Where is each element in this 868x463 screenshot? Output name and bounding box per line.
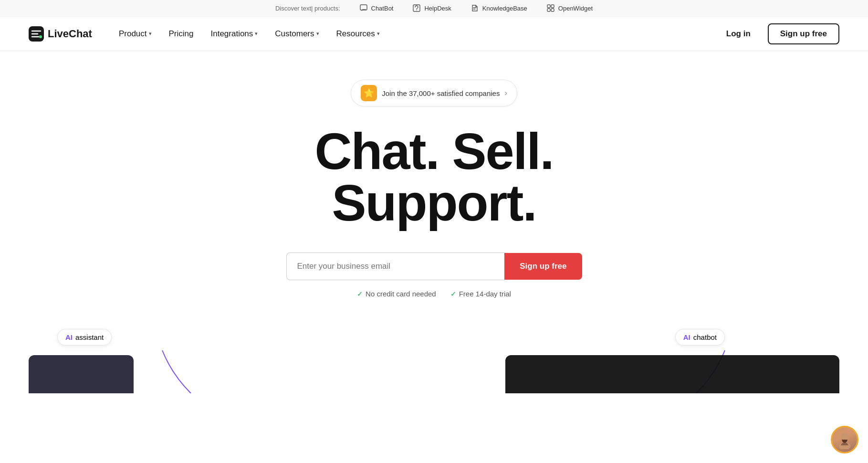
nav-customers-label: Customers [275, 29, 314, 39]
hero-perks: ✓ No credit card needed ✓ Free 14-day tr… [357, 290, 511, 298]
ai-assistant-badge: AI assistant [57, 329, 112, 346]
hero-signup-button[interactable]: Sign up free [504, 253, 582, 280]
svg-point-2 [417, 10, 418, 11]
perk-no-credit-card: ✓ No credit card needed [357, 290, 436, 298]
logo-text: LiveChat [48, 28, 92, 40]
nav-pricing[interactable]: Pricing [161, 25, 201, 42]
hero-title: Chat. Sell. Support. [314, 126, 553, 229]
hero-title-line2: Support. [332, 174, 536, 232]
nav: Product ▾ Pricing Integrations ▾ Custome… [111, 25, 387, 42]
ai-chatbot-badge: AI chatbot [675, 329, 725, 346]
perk-no-credit-label: No credit card needed [366, 290, 436, 298]
product-chevron-icon: ▾ [149, 31, 152, 37]
topbar-chatbot-label: ChatBot [371, 5, 394, 12]
ai-text-left: AI [65, 333, 73, 341]
hero-section: ⭐ Join the 37,000+ satisfied companies ›… [0, 51, 868, 317]
topbar-knowledgebase-label: KnowledgeBase [482, 5, 527, 12]
svg-rect-11 [841, 437, 848, 440]
badge-chevron-icon: › [504, 89, 507, 97]
nav-integrations-label: Integrations [210, 29, 253, 39]
topbar-helpdesk-label: HelpDesk [424, 5, 451, 12]
topbar-helpdesk[interactable]: HelpDesk [412, 4, 451, 12]
logo[interactable]: LiveChat [29, 26, 92, 42]
perk-free-trial: ✓ Free 14-day trial [450, 290, 511, 298]
svg-rect-5 [547, 9, 550, 11]
resources-chevron-icon: ▾ [377, 31, 380, 37]
discover-label: Discover text| products: [275, 5, 340, 12]
hero-form: Sign up free [286, 253, 582, 280]
avatar-face [832, 427, 857, 452]
hero-badge[interactable]: ⭐ Join the 37,000+ satisfied companies › [351, 80, 517, 106]
hero-badge-text: Join the 37,000+ satisfied companies [382, 89, 500, 97]
svg-rect-6 [551, 9, 554, 11]
help-icon [412, 4, 421, 12]
topbar-chatbot[interactable]: ChatBot [359, 4, 394, 12]
nav-resources-label: Resources [336, 29, 375, 39]
nav-pricing-label: Pricing [169, 29, 194, 39]
header-signup-button[interactable]: Sign up free [768, 23, 839, 44]
top-bar: Discover text| products: ChatBot HelpDes… [0, 0, 868, 17]
svg-rect-3 [547, 5, 550, 8]
nav-customers[interactable]: Customers ▾ [267, 25, 326, 42]
hero-title-line1: Chat. Sell. [314, 122, 553, 180]
ai-text-right: AI [683, 333, 690, 341]
widget-icon [546, 4, 555, 12]
header-left: LiveChat Product ▾ Pricing Integrations … [29, 25, 387, 42]
header-right: Log in Sign up free [719, 23, 839, 44]
star-badge-icon: ⭐ [361, 85, 377, 101]
perk-free-trial-label: Free 14-day trial [459, 290, 511, 298]
topbar-openwidget[interactable]: OpenWidget [546, 4, 593, 12]
header: LiveChat Product ▾ Pricing Integrations … [0, 17, 868, 51]
integrations-chevron-icon: ▾ [255, 31, 258, 37]
nav-product-label: Product [119, 29, 147, 39]
customers-chevron-icon: ▾ [316, 31, 319, 37]
bottom-preview: AI assistant AI chatbot [0, 317, 868, 393]
svg-rect-4 [551, 5, 554, 8]
check-icon-1: ✓ [357, 290, 363, 298]
ai-chatbot-label: chatbot [693, 333, 717, 341]
login-button[interactable]: Log in [719, 25, 758, 42]
email-input[interactable] [286, 253, 505, 280]
chat-icon [359, 4, 368, 12]
avatar-icon [835, 430, 854, 449]
check-icon-2: ✓ [450, 290, 456, 298]
ai-assistant-label: assistant [75, 333, 104, 341]
nav-integrations[interactable]: Integrations ▾ [203, 25, 265, 42]
logo-icon [29, 26, 44, 42]
nav-resources[interactable]: Resources ▾ [329, 25, 387, 42]
nav-product[interactable]: Product ▾ [111, 25, 159, 42]
topbar-openwidget-label: OpenWidget [558, 5, 593, 12]
topbar-knowledgebase[interactable]: KnowledgeBase [471, 4, 527, 12]
preview-card-left [29, 355, 134, 393]
svg-point-8 [39, 35, 42, 38]
preview-card-right [505, 355, 839, 393]
chat-avatar-button[interactable] [831, 426, 858, 453]
book-icon [471, 4, 479, 12]
